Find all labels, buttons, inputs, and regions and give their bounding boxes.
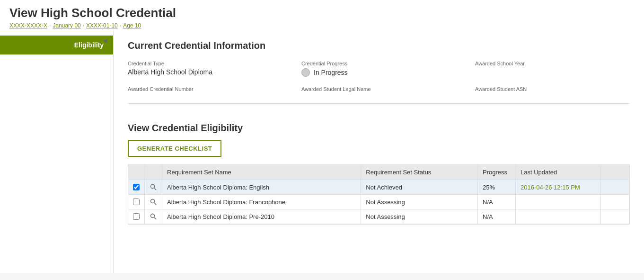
generate-checklist-button[interactable]: GENERATE CHECKLIST xyxy=(128,140,221,157)
page-header: View High School Credential XXXX-XXXX-X … xyxy=(0,0,644,31)
progress-circle-icon xyxy=(301,68,310,77)
eligibility-table: Requirement Set Name Requirement Set Sta… xyxy=(128,165,629,224)
cell-requirement-status: Not Assessing xyxy=(361,195,478,209)
table-row: Alberta High School Diploma: EnglishNot … xyxy=(128,180,629,195)
credential-type-field: Credential Type Alberta High School Dipl… xyxy=(128,61,282,77)
th-checkbox xyxy=(128,165,145,180)
awarded-student-legal-name-field: Awarded Student Legal Name xyxy=(301,86,456,94)
cell-progress: N/A xyxy=(478,195,516,209)
table-row: Alberta High School Diploma: Francophone… xyxy=(128,195,629,209)
eligibility-table-wrapper: Requirement Set Name Requirement Set Sta… xyxy=(128,164,630,225)
search-icon xyxy=(150,183,157,191)
breadcrumb-item-3[interactable]: XXXX-01-10 xyxy=(86,22,118,29)
cell-last-updated: 2016-04-26 12:15 PM xyxy=(516,180,601,195)
cell-last-updated xyxy=(516,209,601,224)
th-progress: Progress xyxy=(478,165,516,180)
svg-line-5 xyxy=(154,217,156,219)
row-checkbox-2[interactable] xyxy=(133,213,140,220)
awarded-student-asn-field: Awarded Student ASN xyxy=(475,86,630,94)
page-title: View High School Credential xyxy=(9,6,635,20)
sidebar-collapse-arrow[interactable]: ◄ xyxy=(102,36,108,44)
breadcrumb-item-1[interactable]: XXXX-XXXX-X xyxy=(9,22,47,29)
th-extra xyxy=(601,165,629,180)
awarded-credential-number-label: Awarded Credential Number xyxy=(128,86,282,92)
current-credential-title: Current Credential Information xyxy=(128,40,630,51)
breadcrumb-item-4[interactable]: Age 10 xyxy=(123,22,141,29)
cell-checkbox xyxy=(128,209,145,224)
cell-checkbox xyxy=(128,180,145,195)
breadcrumb-item-2[interactable]: January 00 xyxy=(53,22,80,29)
cell-requirement-name: Alberta High School Diploma: English xyxy=(162,180,361,195)
cell-last-updated xyxy=(516,195,601,209)
eligibility-section-title: View Credential Eligibility xyxy=(128,123,630,134)
cell-checkbox xyxy=(128,195,145,209)
row-checkbox-0[interactable] xyxy=(133,184,140,190)
search-icon xyxy=(150,198,157,206)
awarded-school-year-label: Awarded School Year xyxy=(475,61,630,66)
cell-requirement-status: Not Assessing xyxy=(361,209,478,224)
cell-extra xyxy=(601,195,629,209)
cell-extra xyxy=(601,180,629,195)
svg-point-2 xyxy=(151,199,155,203)
cell-icon xyxy=(145,195,162,209)
credential-type-value: Alberta High School Diploma xyxy=(128,68,282,76)
cell-icon xyxy=(145,180,162,195)
th-requirement-set-status: Requirement Set Status xyxy=(361,165,478,180)
breadcrumb: XXXX-XXXX-X · January 00 · XXXX-01-10 · … xyxy=(9,22,635,29)
cell-extra xyxy=(601,209,629,224)
cell-requirement-status: Not Achieved xyxy=(361,180,478,195)
cell-requirement-name: Alberta High School Diploma: Pre-2010 xyxy=(162,209,361,224)
credential-info-grid: Credential Type Alberta High School Dipl… xyxy=(128,61,630,94)
search-icon xyxy=(150,213,157,220)
content-area: Current Credential Information Credentia… xyxy=(114,31,644,273)
awarded-student-legal-name-label: Awarded Student Legal Name xyxy=(301,86,456,92)
credential-progress-value: In Progress xyxy=(314,69,348,76)
current-credential-section: Current Credential Information Credentia… xyxy=(128,40,630,104)
svg-point-4 xyxy=(151,214,155,218)
th-icon xyxy=(145,165,162,180)
credential-progress-row: In Progress xyxy=(301,68,456,77)
credential-type-label: Credential Type xyxy=(128,61,282,66)
cell-progress: N/A xyxy=(478,209,516,224)
svg-line-3 xyxy=(154,203,156,205)
table-header-row: Requirement Set Name Requirement Set Sta… xyxy=(128,165,629,180)
row-checkbox-1[interactable] xyxy=(133,199,140,205)
cell-progress: 25% xyxy=(478,180,516,195)
sidebar: ◄ Eligibility xyxy=(0,31,114,273)
table-row: Alberta High School Diploma: Pre-2010Not… xyxy=(128,209,629,224)
awarded-student-asn-label: Awarded Student ASN xyxy=(475,86,630,92)
credential-progress-field: Credential Progress In Progress xyxy=(301,61,456,77)
credential-progress-label: Credential Progress xyxy=(301,61,456,66)
svg-point-0 xyxy=(151,185,155,189)
awarded-school-year-field: Awarded School Year xyxy=(475,61,630,77)
awarded-credential-number-field: Awarded Credential Number xyxy=(128,86,282,94)
sidebar-item-eligibility[interactable]: Eligibility xyxy=(0,36,113,54)
cell-icon xyxy=(145,209,162,224)
eligibility-section: View Credential Eligibility GENERATE CHE… xyxy=(128,118,630,225)
svg-line-1 xyxy=(154,188,156,190)
th-requirement-set-name: Requirement Set Name xyxy=(162,165,361,180)
main-layout: ◄ Eligibility Current Credential Informa… xyxy=(0,31,644,273)
cell-requirement-name: Alberta High School Diploma: Francophone xyxy=(162,195,361,209)
th-last-updated: Last Updated xyxy=(516,165,601,180)
